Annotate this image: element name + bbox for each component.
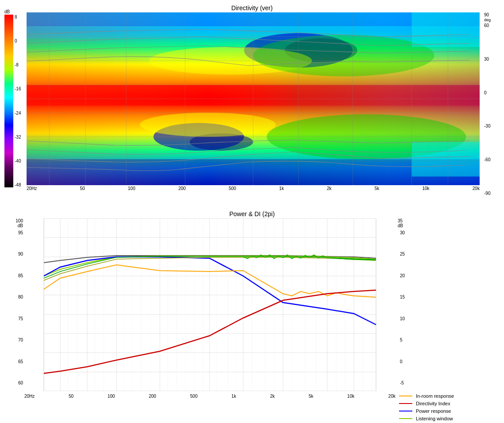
heatmap-canvas	[27, 12, 480, 185]
right-axis-bottom: 35dB 30 25 20 15 10 5 0 -5	[395, 218, 418, 391]
color-scale-bar	[4, 15, 13, 187]
legend-item-listening: Listening window	[399, 416, 477, 421]
legend-label-di: Directivity Index	[416, 401, 450, 406]
directivity-chart-title: Directivity (ver)	[2, 4, 502, 12]
legend-line-di	[399, 403, 412, 404]
legend-label-power: Power response	[416, 408, 451, 414]
legend-item-power: Power response	[399, 408, 477, 414]
legend-item-di: Directivity Index	[399, 401, 477, 406]
graph-container: 20Hz 50 100 200 500 1k 2k 5k 10k 20k	[24, 218, 395, 391]
legend: In-room response Directivity Index Power…	[399, 393, 477, 423]
power-di-chart: Power & DI (2pi) 100dB 95 90 85 80 75 70…	[2, 210, 502, 419]
svg-rect-15	[412, 142, 480, 177]
left-axis-bottom: 100dB 95 90 85 80 75 70 65 60	[2, 218, 24, 391]
legend-line-inroom	[399, 396, 412, 396]
svg-point-11	[140, 113, 276, 137]
directivity-chart: Directivity (ver) dB 8 0 -8 -16 -24 -32 …	[2, 4, 502, 208]
legend-line-listening	[399, 418, 412, 419]
right-axis-labels-top: 60 30 0 -30 -60 -90	[482, 23, 502, 196]
color-scale-labels: 8 0 -8 -16 -24 -32 -40 -48	[15, 15, 21, 187]
bottom-x-axis: 20Hz 50 100 200 500 1k 2k 5k 10k 20k	[24, 393, 395, 399]
top-x-axis: 20Hz 50 100 200 500 1k 2k 5k 10k 20k	[27, 185, 480, 191]
right-axis-top: 90deg 60 30 0 -30 -60 -90	[482, 12, 502, 185]
legend-item-inroom: In-room response	[399, 393, 477, 399]
legend-label-listening: Listening window	[416, 416, 453, 421]
power-di-svg	[24, 218, 395, 391]
svg-point-12	[253, 35, 434, 77]
heatmap-svg	[27, 12, 480, 185]
heatmap-container: 20Hz 50 100 200 500 1k 2k 5k 10k 20k	[27, 12, 480, 203]
main-container: Directivity (ver) dB 8 0 -8 -16 -24 -32 …	[0, 0, 504, 423]
color-scale: dB 8 0 -8 -16 -24 -32 -40 -48	[4, 15, 24, 187]
legend-line-power	[399, 411, 412, 411]
legend-label-inroom: In-room response	[416, 393, 454, 399]
db-label-top: dB	[4, 9, 10, 14]
power-di-chart-title: Power & DI (2pi)	[2, 210, 502, 217]
svg-rect-14	[412, 12, 480, 47]
